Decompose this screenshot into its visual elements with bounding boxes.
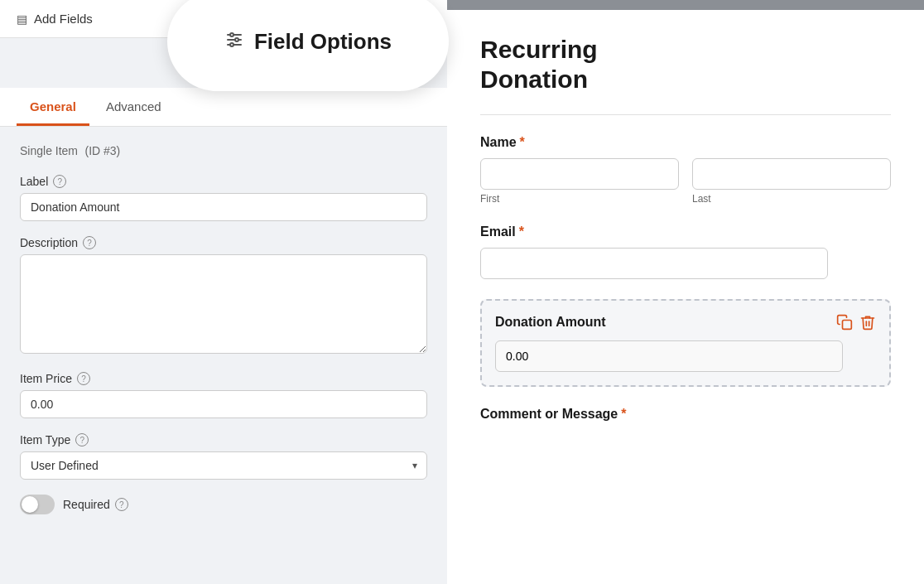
donation-amount-input[interactable]	[495, 340, 843, 372]
description-label: Description ?	[20, 236, 427, 249]
svg-point-4	[235, 38, 238, 41]
item-price-input[interactable]	[20, 390, 427, 418]
donation-card-header: Donation Amount	[495, 314, 876, 331]
form-content: Single Item (ID #3) Label ? Description …	[0, 127, 447, 584]
item-type-help-icon[interactable]: ?	[75, 433, 89, 446]
comment-field: Comment or Message *	[480, 407, 891, 422]
svg-point-3	[230, 33, 233, 36]
last-name-sublabel: Last	[692, 193, 891, 205]
field-title: Single Item (ID #3)	[20, 143, 427, 158]
required-help-icon[interactable]: ?	[115, 498, 128, 511]
add-fields-icon: ▤	[17, 12, 27, 26]
right-panel: RecurringDonation Name * First Last	[447, 0, 924, 584]
item-price-help-icon[interactable]: ?	[77, 372, 90, 385]
donation-amount-card: Donation Amount	[480, 299, 891, 387]
name-fields-row: First Last	[480, 158, 891, 205]
first-name-group: First	[480, 158, 679, 205]
required-toggle[interactable]	[20, 495, 55, 514]
last-name-input[interactable]	[692, 158, 891, 190]
email-input[interactable]	[480, 248, 828, 279]
description-help-icon[interactable]: ?	[83, 236, 96, 249]
item-type-label: Item Type ?	[20, 433, 427, 446]
last-name-group: Last	[692, 158, 891, 205]
label-help-icon[interactable]: ?	[53, 175, 66, 188]
title-divider	[480, 114, 891, 115]
right-content: RecurringDonation Name * First Last	[447, 10, 924, 584]
email-required-star: *	[519, 224, 524, 239]
email-field: Email *	[480, 224, 891, 279]
required-row: Required ?	[20, 495, 427, 514]
label-group: Label ?	[20, 175, 427, 221]
item-type-select-wrapper: User Defined Fixed Calculated ▾	[20, 451, 427, 480]
add-fields-label: Add Fields	[34, 12, 93, 26]
left-panel: ▤ Add Fields Field Options General Advan…	[0, 0, 447, 584]
trash-icon[interactable]	[859, 314, 876, 331]
first-name-input[interactable]	[480, 158, 679, 190]
email-label: Email *	[480, 224, 891, 239]
right-header-bar	[447, 0, 924, 10]
description-input[interactable]	[20, 254, 427, 354]
first-name-sublabel: First	[480, 193, 679, 205]
form-title: RecurringDonation	[480, 35, 891, 94]
donation-card-title: Donation Amount	[495, 315, 606, 330]
item-price-group: Item Price ?	[20, 372, 427, 418]
field-options-title: Field Options	[254, 29, 392, 55]
svg-point-5	[230, 43, 233, 46]
card-actions	[836, 314, 876, 331]
name-required-star: *	[520, 135, 525, 150]
name-field: Name * First Last	[480, 135, 891, 205]
field-options-settings-icon	[224, 30, 244, 54]
tab-general[interactable]: General	[17, 88, 89, 126]
field-options-popup: Field Options	[167, 0, 449, 91]
item-type-group: Item Type ? User Defined Fixed Calculate…	[20, 433, 427, 480]
comment-label: Comment or Message *	[480, 407, 891, 422]
tab-advanced[interactable]: Advanced	[93, 88, 175, 126]
label-input[interactable]	[20, 193, 427, 221]
item-type-select[interactable]: User Defined Fixed Calculated	[20, 451, 427, 480]
copy-icon[interactable]	[836, 314, 853, 331]
label-field-label: Label ?	[20, 175, 427, 188]
item-price-label: Item Price ?	[20, 372, 427, 385]
tabs-row: General Advanced	[0, 88, 447, 127]
required-label: Required ?	[63, 498, 128, 511]
comment-required-star: *	[621, 407, 626, 422]
svg-rect-6	[843, 321, 852, 330]
description-group: Description ?	[20, 236, 427, 357]
name-label: Name *	[480, 135, 891, 150]
